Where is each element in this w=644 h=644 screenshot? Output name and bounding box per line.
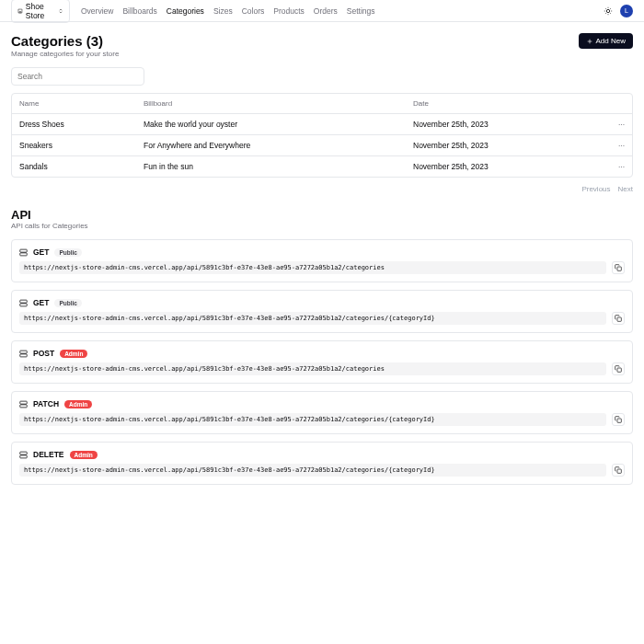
cell-date: November 25th, 2023 (413, 141, 606, 150)
api-method: GET (33, 298, 49, 307)
table-row: SneakersFor Anywhere and EverywhereNovem… (12, 135, 632, 156)
page-content: Categories (3) Manage categories for you… (0, 22, 644, 503)
prev-button[interactable]: Previous (581, 185, 610, 193)
copy-icon (615, 264, 622, 271)
api-badge: Admin (64, 400, 92, 408)
nav-sizes[interactable]: Sizes (213, 6, 233, 16)
store-switcher[interactable]: Shoe Store (11, 0, 70, 23)
cell-name: Sneakers (19, 141, 144, 150)
topbar: Shoe Store OverviewBillboardsCategoriesS… (0, 0, 644, 22)
svg-rect-15 (617, 368, 621, 372)
server-icon (19, 400, 28, 408)
api-card-get: GETPublichttps://nextjs-store-admin-cms.… (11, 290, 633, 333)
svg-point-0 (606, 9, 609, 12)
row-actions[interactable]: ··· (606, 120, 625, 129)
cell-billboard: For Anywhere and Everywhere (144, 141, 413, 150)
nav-settings[interactable]: Settings (347, 6, 375, 16)
nav-products[interactable]: Products (273, 6, 305, 16)
api-url: https://nextjs-store-admin-cms.vercel.ap… (19, 312, 606, 325)
api-method: PATCH (33, 399, 59, 408)
svg-rect-2 (20, 252, 28, 255)
search-input[interactable] (11, 67, 144, 86)
cell-billboard: Make the world your oyster (144, 120, 413, 129)
user-avatar[interactable]: L (620, 5, 633, 17)
copy-icon (615, 365, 622, 373)
theme-toggle-icon[interactable] (604, 6, 613, 16)
server-icon (19, 248, 28, 257)
pagination: Previous Next (11, 185, 633, 193)
add-new-label: Add New (596, 37, 626, 45)
svg-rect-17 (20, 404, 28, 407)
add-new-button[interactable]: Add New (579, 33, 633, 49)
server-icon (19, 299, 28, 307)
api-badge: Admin (70, 451, 98, 459)
cell-date: November 25th, 2023 (413, 162, 606, 171)
svg-rect-6 (20, 300, 28, 303)
svg-rect-22 (20, 454, 28, 457)
table-header: Name Billboard Date (12, 94, 632, 114)
api-method: POST (33, 349, 54, 358)
cell-date: November 25th, 2023 (413, 120, 606, 129)
row-actions[interactable]: ··· (606, 162, 625, 171)
api-url: https://nextjs-store-admin-cms.vercel.ap… (19, 261, 606, 274)
page-title: Categories (3) (11, 33, 119, 49)
nav-billboards[interactable]: Billboards (122, 6, 156, 16)
api-title: API (11, 208, 633, 222)
svg-rect-16 (20, 401, 28, 404)
categories-table: Name Billboard Date Dress ShoesMake the … (11, 93, 633, 178)
copy-button[interactable] (612, 312, 625, 325)
svg-rect-10 (617, 317, 621, 321)
copy-button[interactable] (612, 362, 625, 375)
api-badge: Public (54, 248, 82, 257)
api-url: https://nextjs-store-admin-cms.vercel.ap… (19, 362, 606, 375)
svg-rect-11 (20, 351, 28, 353)
api-method: DELETE (33, 450, 64, 459)
copy-button[interactable] (612, 464, 625, 477)
nav-overview[interactable]: Overview (81, 6, 113, 16)
nav-categories[interactable]: Categories (167, 6, 204, 16)
cell-billboard: Fun in the sun (144, 162, 413, 171)
svg-rect-5 (617, 267, 621, 270)
copy-button[interactable] (612, 261, 625, 274)
col-billboard: Billboard (144, 99, 413, 108)
main-nav: OverviewBillboardsCategoriesSizesColorsP… (81, 6, 374, 16)
api-badge: Public (54, 299, 82, 307)
chevrons-up-down-icon (58, 7, 63, 15)
copy-icon (615, 315, 622, 322)
table-row: SandalsFun in the sunNovember 25th, 2023… (12, 156, 632, 177)
col-date: Date (413, 99, 606, 108)
table-row: Dress ShoesMake the world your oysterNov… (12, 114, 632, 135)
api-method: GET (33, 247, 49, 257)
svg-rect-1 (20, 249, 28, 252)
server-icon (19, 451, 28, 459)
api-card-patch: PATCHAdminhttps://nextjs-store-admin-cms… (11, 391, 633, 434)
nav-colors[interactable]: Colors (242, 6, 265, 16)
copy-icon (615, 416, 622, 423)
copy-button[interactable] (612, 413, 625, 426)
next-button[interactable]: Next (618, 185, 633, 193)
cell-name: Sandals (19, 162, 144, 171)
nav-orders[interactable]: Orders (314, 6, 338, 16)
api-card-delete: DELETEAdminhttps://nextjs-store-admin-cm… (11, 442, 633, 485)
api-card-get: GETPublichttps://nextjs-store-admin-cms.… (11, 239, 633, 282)
svg-rect-25 (617, 469, 621, 473)
copy-icon (615, 466, 622, 474)
store-icon (17, 7, 23, 15)
api-desc: API calls for Categories (11, 222, 633, 230)
server-icon (19, 350, 28, 358)
plus-icon (586, 38, 593, 45)
col-name: Name (19, 99, 144, 108)
row-actions[interactable]: ··· (606, 141, 625, 150)
cell-name: Dress Shoes (19, 120, 144, 129)
api-card-post: POSTAdminhttps://nextjs-store-admin-cms.… (11, 340, 633, 384)
store-name: Shoe Store (26, 2, 54, 20)
api-url: https://nextjs-store-admin-cms.vercel.ap… (19, 464, 606, 477)
svg-rect-20 (617, 419, 621, 422)
api-badge: Admin (60, 350, 87, 358)
svg-rect-12 (20, 353, 28, 356)
page-desc: Manage categories for your store (11, 50, 119, 58)
svg-rect-21 (20, 452, 28, 454)
svg-rect-7 (20, 303, 28, 305)
api-url: https://nextjs-store-admin-cms.vercel.ap… (19, 413, 606, 426)
